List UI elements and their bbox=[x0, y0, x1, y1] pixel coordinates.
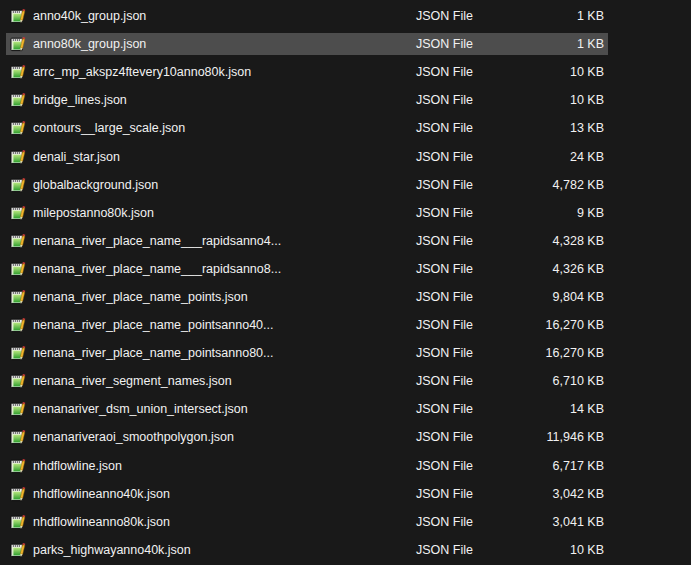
file-row[interactable]: globalbackground.json JSON File 4,782 KB bbox=[6, 171, 608, 199]
file-name: nenana_river_place_name___rapidsanno4... bbox=[33, 230, 416, 252]
file-type: JSON File bbox=[416, 539, 516, 561]
file-row[interactable]: nenana_river_segment_names.json JSON Fil… bbox=[6, 367, 608, 395]
file-type: JSON File bbox=[416, 230, 516, 252]
file-row[interactable]: nenana_river_place_name_points.json JSON… bbox=[6, 283, 608, 311]
file-name: nenanariver_dsm_union_intersect.json bbox=[33, 398, 416, 420]
file-name: parks_highwayanno40k.json bbox=[33, 539, 416, 561]
file-row[interactable]: nhdflowlineanno40k.json JSON File 3,042 … bbox=[6, 480, 608, 508]
file-type: JSON File bbox=[416, 174, 516, 196]
file-type: JSON File bbox=[416, 202, 516, 224]
file-size: 4,782 KB bbox=[516, 174, 608, 196]
file-type: JSON File bbox=[416, 146, 516, 168]
json-file-icon bbox=[10, 261, 26, 277]
file-name: nhdflowlineanno40k.json bbox=[33, 483, 416, 505]
file-type: JSON File bbox=[416, 286, 516, 308]
json-file-icon bbox=[10, 401, 26, 417]
file-list: anno40k_group.json JSON File 1 KB bbox=[0, 0, 691, 564]
file-type: JSON File bbox=[416, 5, 516, 27]
file-row[interactable]: nenana_river_place_name_pointsanno40... … bbox=[6, 311, 608, 339]
file-type: JSON File bbox=[416, 398, 516, 420]
json-file-icon bbox=[10, 177, 26, 193]
json-file-icon bbox=[10, 233, 26, 249]
json-file-icon bbox=[10, 429, 26, 445]
file-size: 1 KB bbox=[516, 33, 608, 55]
file-type: JSON File bbox=[416, 258, 516, 280]
file-row[interactable]: anno80k_group.json JSON File 1 KB bbox=[6, 30, 608, 58]
file-name: arrc_mp_akspz4ftevery10anno80k.json bbox=[33, 61, 416, 83]
file-size: 3,042 KB bbox=[516, 483, 608, 505]
file-row[interactable]: milepostanno80k.json JSON File 9 KB bbox=[6, 199, 608, 227]
file-name: milepostanno80k.json bbox=[33, 202, 416, 224]
file-name: anno40k_group.json bbox=[33, 5, 416, 27]
file-type: JSON File bbox=[416, 61, 516, 83]
file-type: JSON File bbox=[416, 89, 516, 111]
file-name: anno80k_group.json bbox=[33, 33, 416, 55]
json-file-icon bbox=[10, 317, 26, 333]
json-file-icon bbox=[10, 373, 26, 389]
json-file-icon bbox=[10, 64, 26, 80]
file-size: 4,328 KB bbox=[516, 230, 608, 252]
file-name: nhdflowlineanno80k.json bbox=[33, 511, 416, 533]
file-size: 1 KB bbox=[516, 5, 608, 27]
file-size: 11,946 KB bbox=[516, 426, 608, 448]
file-size: 6,717 KB bbox=[516, 455, 608, 477]
file-row[interactable]: bridge_lines.json JSON File 10 KB bbox=[6, 86, 608, 114]
file-row[interactable]: contours__large_scale.json JSON File 13 … bbox=[6, 114, 608, 142]
file-row[interactable]: nenanariveraoi_smoothpolygon.json JSON F… bbox=[6, 423, 608, 451]
file-size: 10 KB bbox=[516, 61, 608, 83]
file-name: nhdflowline.json bbox=[33, 455, 416, 477]
file-type: JSON File bbox=[416, 370, 516, 392]
file-type: JSON File bbox=[416, 33, 516, 55]
json-file-icon bbox=[10, 514, 26, 530]
file-type: JSON File bbox=[416, 455, 516, 477]
json-file-icon bbox=[10, 120, 26, 136]
json-file-icon bbox=[10, 542, 26, 558]
file-size: 10 KB bbox=[516, 89, 608, 111]
file-size: 13 KB bbox=[516, 117, 608, 139]
file-size: 9 KB bbox=[516, 202, 608, 224]
file-row[interactable]: nenana_river_place_name_pointsanno80... … bbox=[6, 339, 608, 367]
file-name: globalbackground.json bbox=[33, 174, 416, 196]
file-name: nenana_river_place_name___rapidsanno8... bbox=[33, 258, 416, 280]
file-name: contours__large_scale.json bbox=[33, 117, 416, 139]
file-size: 16,270 KB bbox=[516, 314, 608, 336]
file-type: JSON File bbox=[416, 314, 516, 336]
json-file-icon bbox=[10, 36, 26, 52]
file-size: 4,326 KB bbox=[516, 258, 608, 280]
file-type: JSON File bbox=[416, 117, 516, 139]
file-row[interactable]: denali_star.json JSON File 24 KB bbox=[6, 142, 608, 170]
json-file-icon bbox=[10, 289, 26, 305]
file-name: denali_star.json bbox=[33, 146, 416, 168]
json-file-icon bbox=[10, 8, 26, 24]
file-row[interactable]: arrc_mp_akspz4ftevery10anno80k.json JSON… bbox=[6, 58, 608, 86]
file-name: bridge_lines.json bbox=[33, 89, 416, 111]
file-row[interactable]: nenana_river_place_name___rapidsanno8...… bbox=[6, 255, 608, 283]
json-file-icon bbox=[10, 345, 26, 361]
file-type: JSON File bbox=[416, 426, 516, 448]
file-type: JSON File bbox=[416, 511, 516, 533]
file-size: 6,710 KB bbox=[516, 370, 608, 392]
file-row[interactable]: nenanariver_dsm_union_intersect.json JSO… bbox=[6, 395, 608, 423]
file-size: 24 KB bbox=[516, 146, 608, 168]
file-name: nenana_river_segment_names.json bbox=[33, 370, 416, 392]
json-file-icon bbox=[10, 486, 26, 502]
file-size: 14 KB bbox=[516, 398, 608, 420]
file-row[interactable]: anno40k_group.json JSON File 1 KB bbox=[6, 2, 608, 30]
file-row[interactable]: nhdflowline.json JSON File 6,717 KB bbox=[6, 452, 608, 480]
file-name: nenana_river_place_name_pointsanno40... bbox=[33, 314, 416, 336]
file-size: 3,041 KB bbox=[516, 511, 608, 533]
file-name: nenanariveraoi_smoothpolygon.json bbox=[33, 426, 416, 448]
file-size: 16,270 KB bbox=[516, 342, 608, 364]
file-type: JSON File bbox=[416, 483, 516, 505]
file-name: nenana_river_place_name_pointsanno80... bbox=[33, 342, 416, 364]
file-row[interactable]: nenana_river_place_name___rapidsanno4...… bbox=[6, 227, 608, 255]
file-size: 10 KB bbox=[516, 539, 608, 561]
file-type: JSON File bbox=[416, 342, 516, 364]
file-row[interactable]: parks_highwayanno40k.json JSON File 10 K… bbox=[6, 536, 608, 564]
json-file-icon bbox=[10, 458, 26, 474]
json-file-icon bbox=[10, 92, 26, 108]
file-row[interactable]: nhdflowlineanno80k.json JSON File 3,041 … bbox=[6, 508, 608, 536]
json-file-icon bbox=[10, 205, 26, 221]
file-name: nenana_river_place_name_points.json bbox=[33, 286, 416, 308]
file-size: 9,804 KB bbox=[516, 286, 608, 308]
